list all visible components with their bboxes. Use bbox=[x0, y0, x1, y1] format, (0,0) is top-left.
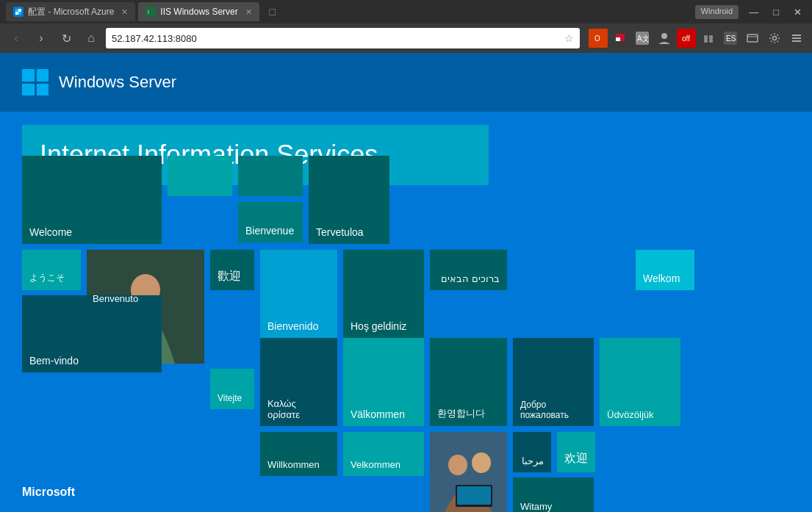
tile-welkom[interactable]: Welkom bbox=[636, 250, 694, 290]
tile-vitejte-text: Vitejte bbox=[218, 393, 242, 403]
svg-point-32 bbox=[448, 455, 467, 475]
browser-window: 配置 - Microsoft Azure ✕ I IIS Windows Ser… bbox=[0, 0, 812, 512]
svg-rect-24 bbox=[792, 35, 801, 36]
tile-hwanyeong[interactable]: 환영합니다 bbox=[430, 338, 507, 426]
tile-bienvenue[interactable]: Bienvenue bbox=[238, 202, 303, 242]
tile-witamy-text: Witamy bbox=[520, 501, 552, 512]
address-text: 52.187.42.113:8080 bbox=[112, 33, 564, 44]
tile-udvozoljuk-text: Üdvözöljük bbox=[607, 409, 654, 420]
shield-icon[interactable]: off bbox=[677, 29, 696, 48]
tile-bruchim-text: ברוכים הבאים bbox=[441, 273, 500, 284]
maximize-button[interactable]: □ bbox=[769, 5, 783, 19]
svg-text:ES: ES bbox=[726, 35, 736, 43]
svg-rect-7 bbox=[616, 34, 620, 37]
tile-bemvindo[interactable]: Bem-vindo bbox=[22, 295, 162, 372]
title-bar-controls: Windroid — □ ✕ bbox=[695, 5, 806, 19]
translate-icon[interactable]: A文 bbox=[633, 29, 652, 48]
tab-azure[interactable]: 配置 - Microsoft Azure ✕ bbox=[6, 2, 135, 21]
tile-welcome[interactable]: Welcome bbox=[22, 156, 162, 244]
svg-rect-26 bbox=[792, 40, 801, 42]
footer-microsoft: Microsoft bbox=[22, 486, 75, 499]
svg-rect-25 bbox=[792, 37, 801, 39]
tile-willkommen-text: Willkommen bbox=[267, 459, 320, 470]
minimize-button[interactable]: — bbox=[744, 5, 763, 19]
svg-text:off: off bbox=[682, 35, 690, 43]
settings-icon[interactable] bbox=[765, 29, 784, 48]
tab-favicon-azure bbox=[13, 7, 24, 17]
tile-hosgeldiniz[interactable]: Hoş geldiniz bbox=[343, 250, 424, 338]
refresh-button[interactable]: ↻ bbox=[56, 28, 76, 48]
back-button[interactable]: ‹ bbox=[6, 28, 26, 48]
svg-rect-21 bbox=[747, 35, 758, 42]
bookmark-icon[interactable]: ☆ bbox=[564, 32, 574, 44]
svg-rect-35 bbox=[457, 486, 491, 505]
forward-button[interactable]: › bbox=[31, 28, 51, 48]
flag-icon[interactable] bbox=[611, 29, 630, 48]
new-tab-button[interactable]: □ bbox=[262, 2, 283, 21]
header-title: Windows Server bbox=[59, 73, 176, 92]
tile-vitejte[interactable]: Vitejte bbox=[210, 369, 254, 409]
tile-kalos-text: Καλώς ορίσατε bbox=[267, 398, 330, 420]
lang-icon[interactable]: ES bbox=[721, 29, 740, 48]
tile-huanying2-text: 欢迎 bbox=[564, 451, 588, 466]
tile-valkommen[interactable]: Välkommen bbox=[343, 338, 424, 426]
tile-valkommen-text: Välkommen bbox=[351, 408, 405, 420]
screenshot-icon[interactable] bbox=[743, 29, 762, 48]
svg-text:A文: A文 bbox=[637, 35, 649, 43]
svg-rect-18 bbox=[709, 39, 713, 43]
tab-label-iis: IIS Windows Server bbox=[160, 7, 237, 17]
svg-rect-10 bbox=[620, 37, 625, 41]
puzzle-icon[interactable] bbox=[699, 29, 718, 48]
tile-willkommen[interactable]: Willkommen bbox=[260, 432, 337, 476]
close-button[interactable]: ✕ bbox=[789, 5, 806, 19]
tile-hwanyeong-text: 환영합니다 bbox=[437, 407, 485, 420]
svg-rect-15 bbox=[704, 35, 708, 39]
tiles-area: Welcome Bienvenue Tervetuloa ようこそ bbox=[22, 156, 812, 512]
tile-witamy[interactable]: Witamy bbox=[513, 477, 594, 512]
tile-bienvenido-text: Bienvenido bbox=[267, 320, 318, 332]
tile-small-2[interactable] bbox=[238, 156, 303, 196]
title-bar-tabs: 配置 - Microsoft Azure ✕ I IIS Windows Ser… bbox=[6, 2, 283, 21]
tile-tervetuloa[interactable]: Tervetuloa bbox=[309, 156, 389, 244]
svg-rect-8 bbox=[620, 34, 625, 37]
home-button[interactable]: ⌂ bbox=[81, 28, 101, 48]
svg-rect-0 bbox=[15, 9, 18, 12]
tile-tervetuloa-text: Tervetuloa bbox=[316, 226, 364, 238]
toolbar-icons: O A文 off ES bbox=[589, 29, 806, 48]
tile-bienvenido[interactable]: Bienvenido bbox=[260, 250, 337, 338]
address-bar[interactable]: 52.187.42.113:8080 ☆ bbox=[106, 28, 580, 48]
tile-bruchim[interactable]: ברוכים הבאים bbox=[430, 250, 507, 290]
tile-dobro-text: Добро пожаловать bbox=[520, 400, 586, 420]
office-icon[interactable]: O bbox=[589, 29, 608, 48]
tile-small-1[interactable] bbox=[168, 156, 232, 196]
windows-header: Windows Server bbox=[0, 53, 812, 112]
menu-icon[interactable] bbox=[787, 29, 806, 48]
tile-velkommen[interactable]: Velkommen bbox=[343, 432, 424, 476]
tab-close-azure[interactable]: ✕ bbox=[121, 7, 128, 17]
tile-bienvenue-text: Bienvenue bbox=[245, 225, 294, 237]
tile-welcome-text: Welcome bbox=[29, 226, 72, 238]
windroid-label: Windroid bbox=[695, 5, 739, 19]
user-icon[interactable] bbox=[655, 29, 674, 48]
tile-photo-2 bbox=[430, 432, 507, 512]
tab-iis[interactable]: I IIS Windows Server ✕ bbox=[138, 2, 259, 21]
tile-marhaba[interactable]: مرحبا bbox=[513, 432, 551, 472]
svg-rect-3 bbox=[18, 12, 21, 15]
tile-youkoso-text: ようこそ bbox=[29, 272, 65, 284]
tile-hosgeldiniz-text: Hoş geldiniz bbox=[351, 320, 406, 332]
tile-velkommen-text: Velkommen bbox=[351, 459, 400, 470]
windows-logo-icon bbox=[22, 69, 48, 95]
tile-dobro[interactable]: Добро пожаловать bbox=[513, 338, 594, 426]
svg-point-33 bbox=[472, 452, 491, 473]
photo-2-svg bbox=[430, 432, 507, 512]
tab-close-iis[interactable]: ✕ bbox=[245, 7, 252, 17]
svg-rect-17 bbox=[704, 39, 708, 43]
svg-text:O: O bbox=[594, 35, 600, 43]
tile-udvozoljuk[interactable]: Üdvözöljük bbox=[600, 338, 680, 426]
tile-bemvindo-text: Bem-vindo bbox=[29, 355, 79, 367]
tile-huanying-text: 歡迎 bbox=[218, 269, 241, 284]
tile-kalos[interactable]: Καλώς ορίσατε bbox=[260, 338, 337, 426]
tile-huanying2[interactable]: 欢迎 bbox=[557, 432, 595, 472]
tile-huanying[interactable]: 歡迎 bbox=[210, 250, 254, 290]
tile-youkoso[interactable]: ようこそ bbox=[22, 250, 81, 290]
